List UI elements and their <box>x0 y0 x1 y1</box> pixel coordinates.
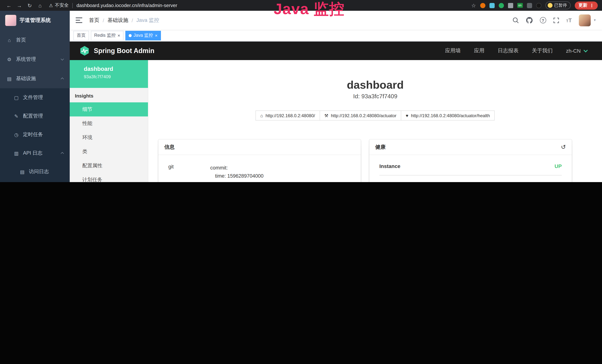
security-indicator[interactable]: ⚠ 不安全 <box>49 2 69 9</box>
top-navbar: 首页 / 基础设施 / Java 监控 ? <box>70 11 602 30</box>
info-card: 信息 git commit: time: 1596289704000 id: 2… <box>158 139 361 182</box>
extension-on-badge[interactable]: on <box>517 3 523 8</box>
sidebar-item-job[interactable]: ◷ 定时任务 <box>0 125 70 144</box>
home-icon: ⌂ <box>260 113 263 118</box>
paused-badge[interactable]: 已暂停 <box>545 1 571 9</box>
sba-item-environment[interactable]: 环境 <box>70 130 148 145</box>
fullscreen-icon[interactable] <box>553 17 559 23</box>
address-bar[interactable]: dashboard.yudao.iocoder.cn/infra/admin-s… <box>76 3 177 8</box>
caret-down-icon[interactable]: ▼ <box>593 19 596 22</box>
chevron-down-icon <box>584 48 588 53</box>
bookmark-star-icon[interactable]: ☆ <box>471 2 476 8</box>
sidebar-item-system[interactable]: ⚙ 系统管理 <box>0 50 70 69</box>
sidebar-item-error-log[interactable]: ▧ 错误日志 <box>0 181 70 182</box>
screen: ← → ↻ ⌂ ⚠ 不安全 dashboard.yudao.iocoder.cn… <box>0 0 602 182</box>
github-icon[interactable] <box>526 17 533 24</box>
app-logo[interactable]: 芋道管理系统 <box>0 11 70 30</box>
sba-nav-wall[interactable]: 应用墙 <box>445 47 461 54</box>
document-icon: ▥ <box>13 150 19 156</box>
breadcrumb-current: Java 监控 <box>137 17 159 23</box>
sba-nav-applications[interactable]: 应用 <box>474 47 484 54</box>
instance-links: ⌂ http://192.168.0.2:48080/ ⚒ http://192… <box>148 110 602 120</box>
sba-item-scheduled-tasks[interactable]: 计划任务 <box>70 173 148 182</box>
sba-brand[interactable]: Spring Boot Admin <box>94 47 154 55</box>
extension-icon[interactable] <box>527 3 532 8</box>
spring-boot-admin-logo-icon <box>79 46 90 56</box>
kebab-menu-icon: ⋮ <box>590 3 594 8</box>
instance-id: 93a3fc7f7409 <box>84 74 144 79</box>
info-row: git commit: time: 1596289704000 id: 27aa… <box>168 155 351 182</box>
sba-item-classes[interactable]: 类 <box>70 145 148 159</box>
close-icon[interactable]: × <box>155 33 157 38</box>
divider <box>73 3 73 8</box>
sba-nav-journal[interactable]: 日志报表 <box>498 47 519 54</box>
warning-icon: ⚠ <box>49 3 53 8</box>
tab-redis[interactable]: Redis 监控 × <box>91 31 123 40</box>
hamburger-icon[interactable] <box>76 17 82 23</box>
search-icon[interactable] <box>512 17 519 23</box>
log-icon: ▤ <box>19 169 25 174</box>
close-icon[interactable]: × <box>118 33 120 38</box>
forward-icon[interactable]: → <box>15 2 24 8</box>
extension-icon[interactable] <box>499 3 504 8</box>
sidebar-item-file[interactable]: ▢ 文件管理 <box>0 88 70 107</box>
reload-icon[interactable]: ↻ <box>25 2 34 8</box>
health-url-link[interactable]: ♥ http://192.168.0.2:48080/actuator/heal… <box>401 110 495 120</box>
tab-java[interactable]: Java 监控 × <box>125 31 161 40</box>
font-size-icon[interactable]: TT <box>566 17 572 23</box>
sidebar-item-infra[interactable]: ▤ 基础设施 <box>0 69 70 88</box>
history-icon[interactable]: ↺ <box>561 143 566 150</box>
service-url-link[interactable]: ⌂ http://192.168.0.2:48080/ <box>256 110 320 120</box>
sidebar-item-access-log[interactable]: ▤ 访问日志 <box>0 162 70 181</box>
infrastructure-icon: ▤ <box>6 76 12 81</box>
breadcrumb: 首页 / 基础设施 / Java 监控 <box>89 17 159 23</box>
breadcrumb-infra[interactable]: 基础设施 <box>108 17 128 23</box>
browser-home-icon[interactable]: ⌂ <box>36 2 44 8</box>
home-icon: ⌂ <box>6 37 12 43</box>
clock-icon: ◷ <box>13 132 19 137</box>
paused-label: 已暂停 <box>554 3 567 8</box>
page-title: dashboard <box>148 79 602 91</box>
app-sidebar: 芋道管理系统 ⌂ 首页 ⚙ 系统管理 ▤ 基础设施 <box>0 11 70 182</box>
tab-home[interactable]: 首页 <box>74 31 89 40</box>
chevron-down-icon <box>61 57 64 60</box>
help-icon[interactable]: ? <box>540 17 546 23</box>
back-icon[interactable]: ← <box>4 2 13 8</box>
navbar-actions: ? TT ▼ <box>512 14 596 26</box>
user-avatar[interactable] <box>579 14 591 26</box>
emoji-face-icon <box>548 3 552 8</box>
extension-icon[interactable] <box>480 3 485 8</box>
breadcrumb-home[interactable]: 首页 <box>89 17 99 23</box>
gear-icon: ⚙ <box>6 57 12 62</box>
extension-icon[interactable] <box>536 3 541 8</box>
health-card-title: 健康 <box>375 144 386 150</box>
app-title: 芋道管理系统 <box>20 17 51 23</box>
extensions-grid-icon[interactable] <box>508 3 513 8</box>
instance-header[interactable]: dashboard 93a3fc7f7409 <box>70 60 148 88</box>
instance-name: dashboard <box>84 66 144 72</box>
sba-item-performance[interactable]: 性能 <box>70 117 148 130</box>
sidebar-item-api-log[interactable]: ▥ API 日志 <box>0 144 70 162</box>
active-tab-dot <box>129 34 132 37</box>
chevron-up-icon <box>61 77 64 81</box>
sba-nav-about[interactable]: 关于我们 <box>532 47 553 54</box>
insights-group: Insights 细节 性能 环境 类 配置属性 计划任务 <box>70 88 148 182</box>
edit-icon: ✎ <box>13 113 19 119</box>
info-key: git <box>168 155 210 182</box>
extension-icon[interactable] <box>489 3 494 8</box>
info-card-title: 信息 <box>158 139 361 155</box>
update-button[interactable]: 更新 ⋮ <box>575 1 598 10</box>
sidebar-item-config[interactable]: ✎ 配置管理 <box>0 107 70 125</box>
actuator-url-link[interactable]: ⚒ http://192.168.0.2:48080/actuator <box>320 110 401 120</box>
page-subtitle: Id: 93a3fc7f7409 <box>148 92 602 101</box>
sba-nav: 应用墙 应用 日志报表 关于我们 zh-CN <box>445 47 602 54</box>
browser-chrome: ← → ↻ ⌂ ⚠ 不安全 dashboard.yudao.iocoder.cn… <box>0 0 602 11</box>
health-row: Instance UP <box>379 155 562 175</box>
info-value: commit: time: 1596289704000 id: 27aa832 … <box>210 155 351 182</box>
sba-item-details[interactable]: 细节 <box>70 102 148 117</box>
health-card: 健康 ↺ Instance UP <box>369 139 572 182</box>
sba-item-config-props[interactable]: 配置属性 <box>70 159 148 173</box>
sidebar-item-home[interactable]: ⌂ 首页 <box>0 30 70 50</box>
locale-select[interactable]: zh-CN <box>566 48 587 54</box>
app-logo-image <box>5 15 16 26</box>
